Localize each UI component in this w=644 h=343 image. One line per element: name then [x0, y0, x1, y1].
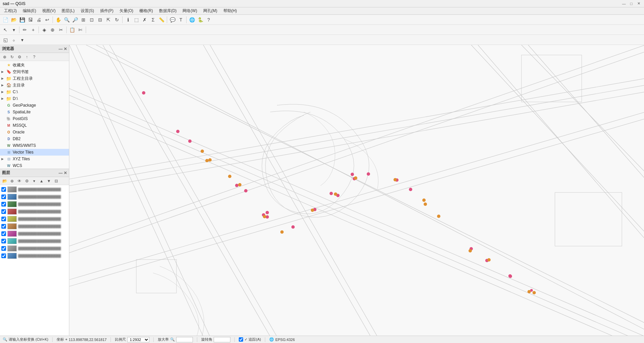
- menu-plugins[interactable]: 插件(P): [97, 7, 116, 14]
- zoom-select-button[interactable]: ⊟: [96, 16, 104, 24]
- minimize-button[interactable]: —: [621, 1, 627, 6]
- expand-arrow-13[interactable]: [1, 151, 5, 154]
- save-project-button[interactable]: 💾: [18, 16, 26, 24]
- browser-collapse-button[interactable]: ↑: [23, 54, 30, 60]
- edit-node-button[interactable]: ◈: [40, 26, 48, 34]
- browser-item-10[interactable]: OOracle: [0, 129, 69, 135]
- browser-item-14[interactable]: ▶⊟XYZ Tiles: [0, 156, 69, 162]
- menu-help[interactable]: 帮助(H): [221, 7, 240, 14]
- magnifier-input[interactable]: 100%: [176, 337, 193, 342]
- maximize-button[interactable]: □: [629, 1, 634, 6]
- browser-item-6[interactable]: GGeoPackage: [0, 102, 69, 109]
- expand-arrow-14[interactable]: ▶: [1, 157, 5, 161]
- zoom-full-button[interactable]: ⊞: [79, 16, 87, 24]
- layer-item-6[interactable]: ▓▓▓▓▓▓▓▓▓▓▓▓▓▓▓▓: [0, 230, 69, 237]
- pan-button[interactable]: ✋: [54, 16, 62, 24]
- close-button[interactable]: ✕: [636, 1, 641, 6]
- add-feature-button[interactable]: +: [29, 26, 37, 34]
- layer-item-2[interactable]: ▓▓▓▓▓▓▓▓▓▓▓▓▓▓▓▓: [0, 201, 69, 208]
- browser-item-7[interactable]: SSpatiaLite: [0, 109, 69, 115]
- layers-close-icon[interactable]: ✕: [64, 171, 67, 175]
- layer-checkbox-3[interactable]: [1, 209, 6, 214]
- measure-button[interactable]: 📏: [157, 16, 165, 24]
- layer-checkbox-1[interactable]: [1, 194, 6, 199]
- browser-item-15[interactable]: WWCS: [0, 162, 69, 169]
- zoom-layer-button[interactable]: ⊡: [88, 16, 96, 24]
- menu-vector[interactable]: 矢量(O): [117, 7, 136, 14]
- expand-arrow-9[interactable]: [1, 124, 5, 127]
- plugin2-button[interactable]: 🐍: [196, 16, 204, 24]
- menu-web[interactable]: 网络(W): [180, 7, 200, 14]
- expand-arrow-2[interactable]: ▶: [1, 77, 5, 80]
- deselect-button[interactable]: ✗: [141, 16, 149, 24]
- select-button[interactable]: ⬚: [132, 16, 140, 24]
- menu-settings[interactable]: 设置(S): [78, 7, 97, 14]
- layer-item-0[interactable]: ▓▓▓▓▓▓▓▓▓▓▓▓▓▓▓▓: [0, 186, 69, 193]
- browser-item-13[interactable]: ⊞Vector Tiles: [0, 149, 69, 156]
- browser-item-4[interactable]: ▶📁C:\: [0, 89, 69, 95]
- layers-add-button[interactable]: ⊕: [9, 178, 15, 184]
- browser-close-icon[interactable]: ✕: [64, 47, 67, 51]
- statistics-button[interactable]: Σ: [149, 16, 157, 24]
- layer-item-5[interactable]: ▓▓▓▓▓▓▓▓▓▓▓▓▓▓▓▓: [0, 223, 69, 230]
- expand-arrow-15[interactable]: [1, 164, 5, 167]
- layer-checkbox-4[interactable]: [1, 217, 6, 221]
- layer-checkbox-8[interactable]: [1, 246, 6, 251]
- tips-button[interactable]: 💬: [168, 16, 176, 24]
- map-canvas[interactable]: [69, 45, 644, 336]
- layers-remove-button[interactable]: ⊟: [53, 178, 60, 184]
- extra2-button[interactable]: ⬦: [10, 36, 18, 44]
- expand-arrow-6[interactable]: [1, 104, 5, 107]
- layer-item-3[interactable]: ▓▓▓▓▓▓▓▓▓▓▓▓▓▓▓▓: [0, 208, 69, 215]
- browser-refresh-button[interactable]: ↻: [9, 54, 15, 60]
- delete-button[interactable]: ✂: [57, 26, 65, 34]
- expand-arrow-4[interactable]: ▶: [1, 90, 5, 94]
- browser-add-button[interactable]: ⊕: [1, 54, 8, 60]
- paste-button[interactable]: 📋: [68, 26, 76, 34]
- menu-view[interactable]: 视图(V): [40, 7, 58, 14]
- menu-layer[interactable]: 图层(L): [59, 7, 77, 14]
- new-project-button[interactable]: 📄: [1, 16, 9, 24]
- layers-dropdown[interactable]: ▾: [31, 178, 38, 184]
- select-tool-button[interactable]: ↖: [1, 26, 9, 34]
- save-as-button[interactable]: 🖫: [26, 16, 34, 24]
- browser-item-12[interactable]: WWMS/WMTS: [0, 142, 69, 149]
- layer-item-1[interactable]: ▓▓▓▓▓▓▓▓▓▓▓▓▓▓▓▓: [0, 193, 69, 201]
- browser-item-5[interactable]: ▶📁D:\: [0, 95, 69, 102]
- layers-filter-button[interactable]: ⚙: [23, 178, 30, 184]
- browser-item-11[interactable]: DDB2: [0, 135, 69, 142]
- browser-item-0[interactable]: ★收藏夹: [0, 62, 69, 68]
- layer-checkbox-6[interactable]: [1, 231, 6, 236]
- zoom-in-button[interactable]: 🔍: [63, 16, 71, 24]
- layers-open-button[interactable]: 📂: [1, 178, 8, 184]
- scale-selector[interactable]: 1:2932 1:5000 1:10000: [127, 337, 149, 342]
- expand-arrow-12[interactable]: [1, 144, 5, 147]
- layer-item-7[interactable]: ▓▓▓▓▓▓▓▓▓▓▓▓▓▓▓▓: [0, 237, 69, 245]
- layer-checkbox-5[interactable]: [1, 224, 6, 229]
- layers-up-button[interactable]: ▲: [38, 178, 45, 184]
- browser-item-2[interactable]: ▶📁工程主目录: [0, 75, 69, 82]
- expand-arrow-7[interactable]: [1, 110, 5, 114]
- render-checkbox[interactable]: [239, 337, 243, 342]
- rotation-input[interactable]: 0.0°: [214, 337, 230, 342]
- epsg-display[interactable]: 🌐 EPSG:4326: [269, 337, 295, 342]
- cut-button[interactable]: ✄: [76, 26, 84, 34]
- menu-mesh[interactable]: 网孔(M): [201, 7, 220, 14]
- open-project-button[interactable]: 📂: [10, 16, 18, 24]
- layer-checkbox-0[interactable]: [1, 187, 6, 192]
- layers-view-button[interactable]: 👁: [16, 178, 23, 184]
- select-dropdown[interactable]: ▾: [10, 26, 18, 34]
- expand-arrow-8[interactable]: [1, 117, 5, 120]
- expand-arrow-11[interactable]: [1, 137, 5, 140]
- identify-button[interactable]: ℹ: [124, 16, 132, 24]
- layer-checkbox-7[interactable]: [1, 239, 6, 243]
- browser-item-3[interactable]: ▶🏠主目录: [0, 82, 69, 89]
- browser-item-1[interactable]: ▶🔖空间书签: [0, 68, 69, 75]
- move-button[interactable]: ⊕: [49, 26, 57, 34]
- layers-down-button[interactable]: ▼: [46, 178, 52, 184]
- layer-item-4[interactable]: ▓▓▓▓▓▓▓▓▓▓▓▓▓▓▓▓: [0, 215, 69, 223]
- print-button[interactable]: 🖨: [35, 16, 43, 24]
- zoom-out-button[interactable]: 🔎: [71, 16, 79, 24]
- layer-item-9[interactable]: ▓▓▓▓▓▓▓▓▓▓▓▓▓▓▓▓: [0, 252, 69, 260]
- help-button[interactable]: ?: [205, 16, 213, 24]
